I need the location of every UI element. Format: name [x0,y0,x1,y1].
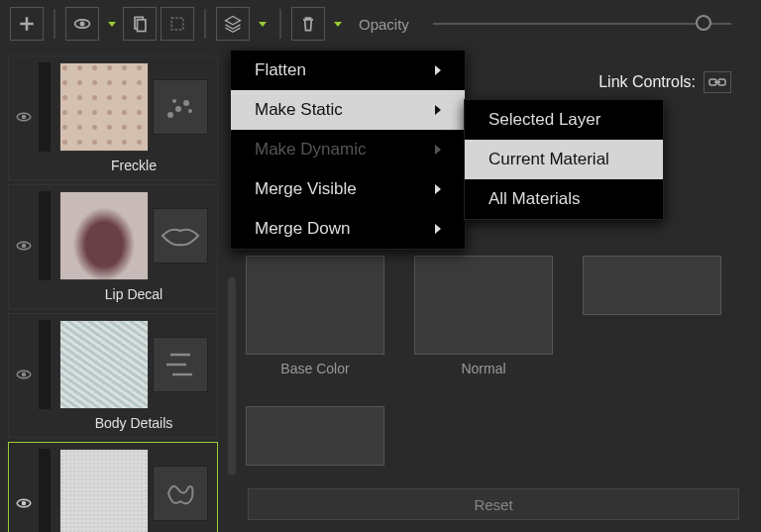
layer-bar [39,320,51,409]
swatch-preview[interactable] [246,256,384,355]
eye-icon[interactable] [15,494,33,515]
opacity-slider[interactable] [433,23,731,25]
layer-item-freckle[interactable]: Freckle [8,55,218,180]
layer-thumbnail[interactable] [59,62,149,152]
layer-item-lip-decal[interactable]: Lip Decal [8,184,218,309]
submenu-item-selected-layer[interactable]: Selected Layer [465,100,663,140]
copy-button[interactable] [123,7,157,41]
chevron-right-icon [435,65,441,75]
opacity-label: Opacity [359,16,409,33]
chevron-right-icon [435,105,441,115]
svg-point-9 [183,100,189,106]
eye-icon[interactable] [15,108,33,129]
layer-thumbnail[interactable] [59,449,149,532]
swatch-preview[interactable] [246,406,384,466]
menu-item-merge-down[interactable]: Merge Down [231,209,465,249]
svg-rect-3 [138,20,146,32]
menu-item-label: Merge Down [255,219,350,239]
submenu-item-label: Selected Layer [489,110,600,130]
menu-item-label: Make Static [255,100,343,120]
swatch-extra-2[interactable] [246,406,384,466]
svg-point-17 [22,500,27,505]
chevron-right-icon [435,224,441,234]
svg-point-7 [167,112,173,118]
swatch-extra-1[interactable] [583,256,721,376]
menu-item-make-dynamic[interactable]: Make Dynamic [231,130,465,169]
chevron-right-icon [435,184,441,194]
layer-name-label: Body Details [95,415,173,431]
freckle-icon [153,79,208,135]
layer-item-body-details[interactable]: Body Details [8,313,218,438]
scrollbar[interactable] [228,277,236,476]
layer-panel: Freckle Lip Decal [0,48,226,532]
layer-bar [39,62,51,152]
swatch-normal[interactable]: Normal [414,256,553,376]
svg-point-6 [22,114,27,119]
select-button[interactable] [161,7,194,41]
visibility-button[interactable] [65,7,99,41]
layer-name-label: Lip Decal [105,286,163,302]
swatch-grid: Base Color Normal [246,256,741,466]
layer-thumbnail[interactable] [59,191,149,280]
link-controls: Link Controls: [598,71,731,93]
menu-item-make-static[interactable]: Make Static [231,90,465,130]
make-static-submenu: Selected Layer Current Material All Mate… [464,99,664,220]
svg-point-11 [172,99,176,103]
lips-icon [153,208,208,264]
svg-point-15 [22,372,27,376]
link-toggle-button[interactable] [704,71,731,93]
reset-button[interactable]: Reset [248,488,739,520]
svg-rect-4 [171,18,183,30]
layer-thumbnail[interactable] [59,320,149,409]
svg-point-13 [22,243,27,248]
menu-item-flatten[interactable]: Flatten [231,51,465,90]
menu-item-label: Make Dynamic [255,140,366,160]
submenu-item-all-materials[interactable]: All Materials [465,179,663,219]
layers-menu: Flatten Make Static Make Dynamic Merge V… [230,50,466,250]
swatch-label: Base Color [246,361,384,376]
swatch-label: Normal [414,361,553,376]
opacity-slider-handle[interactable] [696,15,711,31]
link-controls-label: Link Controls: [598,73,696,91]
swatch-preview[interactable] [414,256,553,355]
layers-menu-button[interactable] [216,7,250,41]
noise-icon [153,466,208,521]
submenu-item-label: All Materials [489,189,581,209]
layer-bar [39,191,51,280]
separator [54,9,55,39]
toolbar: Opacity [0,0,761,48]
add-button[interactable] [10,7,44,41]
menu-item-merge-visible[interactable]: Merge Visible [231,169,465,209]
separator [279,9,281,39]
svg-point-10 [188,109,192,113]
swatch-base-color[interactable]: Base Color [246,256,384,376]
lines-icon [153,337,208,392]
layer-bar [39,449,51,532]
svg-point-8 [175,106,181,112]
submenu-item-label: Current Material [489,150,609,169]
swatch-preview[interactable] [583,256,721,315]
layer-name-label: Freckle [111,158,157,173]
submenu-item-current-material[interactable]: Current Material [465,140,663,179]
reset-label: Reset [474,496,512,513]
delete-dropdown-arrow[interactable] [329,7,345,41]
layers-menu-dropdown-arrow[interactable] [254,7,270,41]
chevron-right-icon [435,145,441,155]
eye-icon[interactable] [15,366,33,386]
separator [204,9,206,39]
visibility-dropdown-arrow[interactable] [103,7,119,41]
eye-icon[interactable] [15,237,33,258]
menu-item-label: Merge Visible [255,179,357,199]
svg-point-1 [80,22,85,27]
delete-button[interactable] [291,7,325,41]
menu-item-label: Flatten [255,60,306,80]
layer-item-body-noise[interactable]: Body Noise [8,442,218,532]
